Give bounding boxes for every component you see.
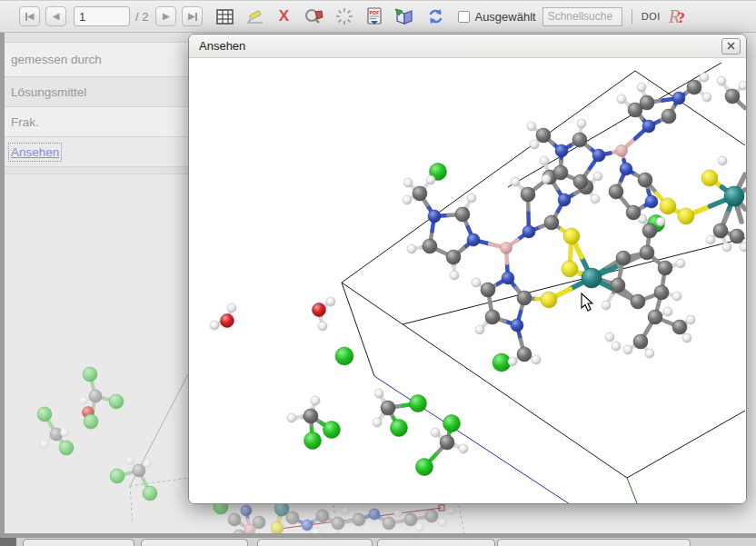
atom-H — [593, 172, 602, 181]
atom-H — [511, 177, 520, 186]
atom-H — [682, 333, 691, 342]
dialog-titlebar[interactable]: Ansehen — [189, 35, 746, 58]
refresh-button[interactable] — [424, 5, 446, 27]
atom-H — [426, 175, 435, 184]
bottom-tab-4[interactable] — [377, 539, 495, 546]
ausgewaehlt-label: Ausgewählt — [474, 10, 535, 24]
atom-Cl — [410, 395, 427, 412]
atom-N — [511, 319, 523, 332]
window-edge — [0, 0, 5, 546]
spark-icon — [335, 7, 353, 25]
atom-S — [660, 198, 676, 214]
atom-Ru — [724, 186, 744, 206]
field-label: Lösungsmittel — [11, 85, 86, 99]
atom-N — [428, 210, 441, 223]
atom-C — [609, 184, 623, 199]
atom-Clf — [143, 486, 157, 501]
atom-C — [536, 128, 551, 143]
atom-Hf — [439, 519, 447, 527]
next-record-button[interactable]: ▶ — [155, 6, 176, 26]
atom-S — [701, 170, 718, 186]
spark-button[interactable] — [333, 5, 355, 27]
atom-H — [602, 301, 611, 310]
atom-H — [722, 243, 731, 252]
atom-Hf — [448, 507, 456, 515]
atom-Cf — [404, 513, 417, 526]
atom-H — [706, 235, 715, 244]
ansehen-link[interactable]: Ansehen — [11, 145, 59, 159]
structure-search-button[interactable] — [303, 5, 324, 27]
structure-search-icon — [303, 8, 324, 25]
literature-button[interactable] — [393, 5, 415, 27]
atom-B — [501, 243, 512, 254]
atom-Hf — [41, 441, 49, 449]
atom-H — [591, 194, 600, 204]
dialog-close-button[interactable] — [721, 38, 741, 55]
quick-search-input[interactable] — [542, 7, 622, 26]
edit-button[interactable] — [244, 5, 265, 27]
field-row-ansehen: Ansehen — [5, 137, 189, 167]
atom-H — [605, 333, 614, 342]
pdf-export-button[interactable]: PDF — [363, 5, 385, 27]
first-record-button[interactable]: ◀ — [19, 6, 40, 26]
atom-H — [311, 396, 320, 405]
table-icon — [216, 9, 234, 25]
atom-H — [718, 156, 727, 165]
last-record-button[interactable]: ▶ — [182, 6, 203, 26]
atom-H — [467, 194, 476, 203]
atom-Cf — [425, 510, 438, 522]
field-label: gemessen durch — [11, 53, 102, 66]
mouse-cursor — [581, 293, 595, 313]
atom-H — [450, 271, 459, 280]
bottom-tab-2[interactable] — [141, 539, 248, 546]
atom-C — [544, 215, 559, 230]
atom-Cl — [416, 459, 433, 476]
bottom-tab-bar — [0, 538, 756, 546]
atom-C — [573, 174, 588, 189]
atom-S — [678, 208, 694, 224]
bottom-tab-3[interactable] — [257, 539, 373, 546]
record-field-table: gemessen durch Lösungsmittel Frak. Anseh… — [5, 34, 189, 174]
atom-C — [517, 291, 532, 305]
atom-H — [407, 244, 416, 253]
atom-H — [542, 174, 551, 184]
atom-H — [459, 444, 468, 453]
atom-Hf — [394, 510, 403, 518]
atom-H — [527, 122, 536, 131]
atom-Cl — [443, 415, 461, 432]
atom-C — [611, 278, 625, 293]
bottom-tab-1[interactable] — [23, 539, 134, 546]
unit-cell-structure-scene[interactable] — [189, 58, 746, 504]
record-number-input[interactable] — [74, 6, 130, 26]
previous-record-button[interactable]: ◀ — [45, 6, 66, 26]
structure-viewer-3d[interactable] — [189, 58, 746, 504]
atom-Nf — [302, 520, 313, 531]
atom-Ru — [582, 268, 602, 288]
atom-Hf — [342, 507, 350, 515]
atom-Nf — [241, 505, 252, 516]
atom-H — [210, 321, 219, 330]
atom-H — [318, 322, 327, 331]
atom-H — [530, 140, 539, 149]
field-row-frak: Frak. — [5, 107, 189, 137]
main-toolbar: ◀ ◀ / 2 ▶ ▶ — [0, 0, 756, 33]
atom-Hf — [80, 397, 88, 405]
bottom-tab-5[interactable] — [497, 539, 691, 546]
atom-C — [616, 251, 631, 265]
atom-H — [702, 93, 711, 102]
delete-button[interactable]: X — [273, 5, 294, 27]
atom-H — [403, 195, 412, 204]
table-view-button[interactable] — [214, 5, 235, 27]
atom-Sf — [271, 521, 284, 534]
atom-C — [638, 173, 652, 187]
atom-H — [532, 355, 541, 364]
ausgewaehlt-checkbox[interactable] — [458, 11, 470, 23]
atom-N — [592, 149, 605, 162]
atom-C — [713, 223, 728, 238]
atom-H — [431, 428, 440, 437]
atom-H — [472, 278, 481, 287]
atom-Clf — [37, 407, 52, 422]
atom-C — [485, 310, 500, 324]
previous-record-icon: ◀ — [53, 12, 60, 21]
atom-H — [577, 119, 586, 128]
